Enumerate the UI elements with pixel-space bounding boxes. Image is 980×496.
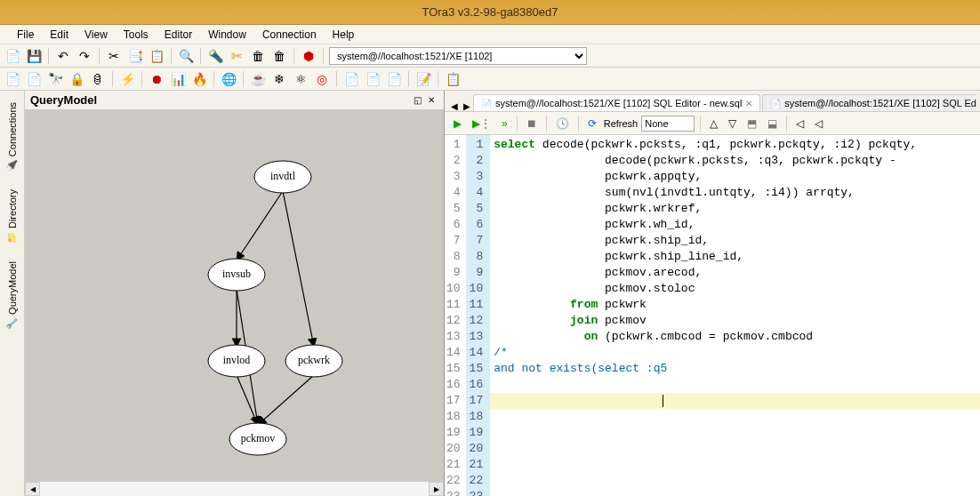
side-tabs: 🔌Connections📁Directory🔧QueryModel <box>0 91 25 496</box>
svg-text:invsub: invsub <box>222 268 251 280</box>
refresh-input[interactable] <box>641 116 695 132</box>
run-all-icon[interactable]: » <box>498 116 511 132</box>
editor-panel: ◀ ▶ 📄system@//localhost:1521/XE [1102] S… <box>445 91 980 496</box>
scissors-icon[interactable]: ✄ <box>228 47 245 65</box>
menu-connection[interactable]: Connection <box>254 26 325 44</box>
editor-tabs: ◀ ▶ 📄system@//localhost:1521/XE [1102] S… <box>445 91 980 112</box>
side-tab-connections[interactable]: 🔌Connections <box>2 94 23 180</box>
refresh-label: Refresh <box>604 118 639 129</box>
cut-icon[interactable]: ✂ <box>105 47 123 65</box>
file-icon: 📄 <box>770 99 781 108</box>
menu-view[interactable]: View <box>76 26 116 44</box>
close-icon[interactable]: ✕ <box>745 99 752 108</box>
node-invlod[interactable]: invlod <box>208 345 265 377</box>
form-icon[interactable]: 📝 <box>414 70 432 88</box>
node-invsub[interactable]: invsub <box>208 259 265 291</box>
cup-icon[interactable]: ☕ <box>249 70 267 88</box>
scroll-right-icon[interactable]: ▶ <box>429 482 444 496</box>
doc4-icon[interactable]: 📄 <box>364 70 382 88</box>
query-model-panel: QueryModel ◱ ✕ invdtlinvsubinvlodpckwrkp… <box>25 91 445 496</box>
new-file-icon[interactable]: 📄 <box>4 47 21 65</box>
menu-editor[interactable]: Editor <box>157 26 200 44</box>
menubar: FileEditViewToolsEditorWindowConnectionH… <box>0 25 980 44</box>
save-icon[interactable]: 💾 <box>25 47 43 65</box>
side-tab-directory[interactable]: 📁Directory <box>2 181 23 252</box>
list-icon[interactable]: 📋 <box>444 70 462 88</box>
run-step-icon[interactable]: ▶⋮ <box>469 116 494 132</box>
gauge-icon[interactable]: 📊 <box>169 70 187 88</box>
file-icon: 📄 <box>481 99 492 108</box>
stop-icon[interactable]: ⬢ <box>300 47 317 65</box>
doc3-icon[interactable]: 📄 <box>342 70 360 88</box>
menu-file[interactable]: File <box>9 26 42 44</box>
undo-icon[interactable]: ↶ <box>54 47 72 65</box>
bookmark-down-icon[interactable]: ⬓ <box>764 116 781 132</box>
globe-icon[interactable]: 🌐 <box>220 70 237 88</box>
panel-title: QueryModel <box>30 93 410 107</box>
atom-icon[interactable]: ⚛ <box>292 70 309 88</box>
editor-tab[interactable]: 📄system@//localhost:1521/XE [1102] SQL E… <box>473 94 760 111</box>
paste-icon[interactable]: 📋 <box>148 47 165 65</box>
menu-tools[interactable]: Tools <box>116 26 157 44</box>
title-text: TOra3 v3.2-98-ga8380ed7 <box>422 5 558 19</box>
doc5-icon[interactable]: 📄 <box>385 70 403 88</box>
search-icon[interactable]: 🔍 <box>177 47 195 65</box>
binoculars-icon[interactable]: 🔭 <box>46 70 64 88</box>
tab-next-icon[interactable]: ▶ <box>461 101 473 111</box>
doc-icon[interactable]: 📄 <box>4 70 21 88</box>
tab-prev-icon[interactable]: ◀ <box>448 101 461 111</box>
trash2-icon[interactable]: 🗑 <box>270 47 288 65</box>
copy-icon[interactable]: 📑 <box>126 47 144 65</box>
node-pckmov[interactable]: pckmov <box>229 423 286 455</box>
insert-icon[interactable]: △ <box>706 116 721 132</box>
svg-text:pckmov: pckmov <box>241 432 276 444</box>
record-icon[interactable]: ⏺ <box>148 70 165 88</box>
schedule-icon[interactable]: 🕓 <box>552 116 573 132</box>
svg-text:invlod: invlod <box>223 354 251 366</box>
lock-icon[interactable]: 🔒 <box>68 70 85 88</box>
titlebar: TOra3 v3.2-98-ga8380ed7 <box>0 0 980 25</box>
prev-icon[interactable]: ◁ <box>792 116 807 132</box>
next-icon[interactable]: ◁ <box>811 116 826 132</box>
app-toolbar: 📄 📄 🔭 🔒 🛢 ⚡ ⏺ 📊 🔥 🌐 ☕ ❄ ⚛ ◎ 📄 📄 📄 📝 📋 <box>0 68 980 91</box>
target-icon[interactable]: ◎ <box>313 70 331 88</box>
doc2-icon[interactable]: 📄 <box>25 70 43 88</box>
connection-select[interactable]: system@//localhost:1521/XE [1102] <box>329 47 587 65</box>
delete-icon[interactable]: ▽ <box>725 116 740 132</box>
bookmark-up-icon[interactable]: ⬒ <box>743 116 760 132</box>
main-toolbar: 📄 💾 ↶ ↷ ✂ 📑 📋 🔍 🔦 ✄ 🗑 🗑 ⬢ system@//local… <box>0 44 980 68</box>
h-scrollbar[interactable]: ◀ ▶ <box>25 481 444 496</box>
scroll-left-icon[interactable]: ◀ <box>25 482 40 496</box>
node-invdtl[interactable]: invdtl <box>254 161 311 193</box>
panel-close-icon[interactable]: ✕ <box>424 93 438 108</box>
refresh-icon[interactable]: ⟳ <box>584 116 600 132</box>
run-icon[interactable]: ▶ <box>450 116 465 132</box>
menu-help[interactable]: Help <box>325 26 363 44</box>
database-icon[interactable]: 🛢 <box>89 70 107 88</box>
editor-toolbar: ▶ ▶⋮ » ⏹ 🕓 ⟳ Refresh △ ▽ ⬒ ⬓ ◁ ◁ <box>445 112 980 135</box>
menu-window[interactable]: Window <box>200 26 254 44</box>
panel-float-icon[interactable]: ◱ <box>410 93 424 108</box>
editor-tab[interactable]: 📄system@//localhost:1521/XE [1102] SQL E… <box>762 94 976 111</box>
graph-canvas[interactable]: invdtlinvsubinvlodpckwrkpckmov <box>25 110 444 481</box>
redo-icon[interactable]: ↷ <box>76 47 93 65</box>
node-pckwrk[interactable]: pckwrk <box>285 345 342 377</box>
bolt-icon[interactable]: ⚡ <box>118 70 136 88</box>
svg-text:invdtl: invdtl <box>270 170 296 182</box>
code-editor[interactable]: 1234567891011121314151617181920212223 12… <box>445 135 980 496</box>
side-tab-querymodel[interactable]: 🔧QueryModel <box>2 253 23 338</box>
flame-icon[interactable]: 🔥 <box>190 70 208 88</box>
menu-edit[interactable]: Edit <box>42 26 76 44</box>
stop-run-icon[interactable]: ⏹ <box>523 116 541 132</box>
svg-text:pckwrk: pckwrk <box>298 354 330 366</box>
torch-icon[interactable]: 🔦 <box>206 47 224 65</box>
trash-icon[interactable]: 🗑 <box>249 47 267 65</box>
snow-icon[interactable]: ❄ <box>270 70 288 88</box>
